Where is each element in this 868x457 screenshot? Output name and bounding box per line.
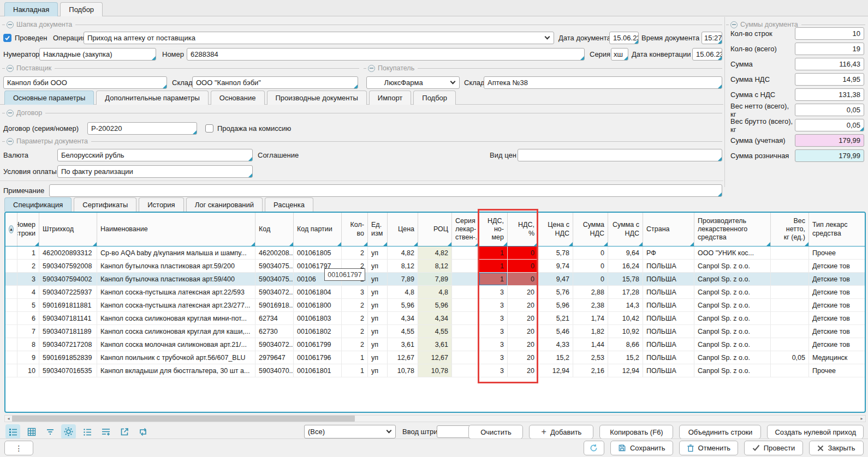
cell-code[interactable]: 59016918... — [255, 299, 294, 311]
copy-button[interactable]: Копировать (F6) — [599, 425, 673, 439]
cell-batch[interactable]: 001061803 — [294, 312, 342, 324]
column-header-qty[interactable]: Кол-во — [342, 213, 368, 246]
sum-value[interactable]: 0,05 — [795, 119, 864, 131]
cell-barcode[interactable]: 5901691811881 — [39, 299, 97, 311]
payment-terms-field[interactable]: По факту реализации — [57, 165, 253, 178]
cell-manufacturer[interactable]: Canpol Sp. z o.o. — [694, 351, 771, 364]
horizontal-scrollbar[interactable]: ◂ ▸ — [4, 415, 866, 422]
commission-checkbox[interactable] — [205, 124, 213, 133]
cell-num[interactable]: 8 — [17, 338, 39, 351]
cell-roc[interactable]: 10,78 — [418, 364, 452, 377]
cell-series[interactable] — [452, 286, 479, 298]
cell-price[interactable]: 3,61 — [388, 338, 418, 351]
table-row[interactable]: 105903407016535Канпол вкладыши для бюстг… — [5, 364, 865, 377]
column-header-vatnum[interactable]: НДС, но- мер — [479, 213, 508, 246]
cell-sumwvat[interactable]: 8,66 — [608, 338, 643, 351]
cell-sumwvat[interactable]: 10,42 — [608, 312, 643, 324]
cell-pricevat[interactable]: 5,78 — [538, 246, 573, 259]
cell-unit[interactable]: уп — [368, 273, 388, 285]
cell-pricevat[interactable]: 9,47 — [538, 273, 573, 285]
cell-price[interactable]: 10,78 — [388, 364, 418, 377]
cell-roc[interactable]: 3,61 — [418, 338, 452, 351]
cell-sumwvat[interactable]: 9,64 — [608, 246, 643, 259]
collapse-icon[interactable] — [7, 21, 14, 28]
sum-value[interactable]: 131,38 — [795, 88, 864, 101]
collapse-icon[interactable] — [7, 65, 14, 72]
column-header-price[interactable]: Цена — [388, 213, 418, 246]
cell-qty[interactable]: 2 — [342, 325, 368, 338]
cell-country[interactable]: ПОЛЬША — [643, 325, 694, 338]
table-row[interactable]: 95901691852839Канпол поильник с трубочко… — [5, 351, 865, 364]
cell-name[interactable]: Канпол соска-пустышка латексная арт.22/5… — [97, 286, 255, 298]
cell-price[interactable]: 12,67 — [388, 351, 418, 364]
cell-pricevat[interactable]: 15,2 — [538, 351, 573, 364]
cell-qty[interactable]: 3 — [342, 286, 368, 298]
cell-series[interactable] — [452, 364, 479, 377]
sort-ascending-icon[interactable]: ▴ — [9, 225, 14, 233]
cell-sumwvat[interactable]: 16,24 — [608, 260, 643, 272]
column-header-type[interactable]: Тип лекарс средства — [809, 213, 866, 246]
cell-pricevat[interactable]: 4,33 — [538, 338, 573, 351]
cell-vatnum[interactable]: 3 — [479, 312, 508, 324]
cell-country[interactable]: ПОЛЬША — [643, 260, 694, 272]
cell-code[interactable]: 59034072... — [255, 338, 294, 351]
operation-select[interactable]: Приход на аптеку от поставщика — [84, 32, 554, 44]
cell-vatnum[interactable]: 3 — [479, 325, 508, 338]
cell-name[interactable]: Канпол соска силиконовая круглая мини-по… — [97, 312, 255, 324]
cell-country[interactable]: ПОЛЬША — [643, 299, 694, 311]
cell-country[interactable]: ПОЛЬША — [643, 312, 694, 324]
sum-value[interactable]: 116,43 — [795, 58, 864, 70]
window-tab-подбор[interactable]: Подбор — [60, 2, 103, 16]
cell-sumvat[interactable]: 2,53 — [573, 351, 608, 364]
spec-tab-спецификация[interactable]: Спецификация — [4, 197, 72, 212]
collapse-icon[interactable] — [730, 21, 738, 28]
cell-vatpct[interactable]: 20 — [508, 325, 538, 338]
cell-unit[interactable]: уп — [368, 338, 388, 351]
cell-code[interactable]: 46200208... — [255, 246, 294, 259]
cell-type[interactable]: Детские тов — [809, 338, 866, 351]
cell-manufacturer[interactable]: Canpol Sp. z o.o. — [694, 364, 771, 377]
more-options-button[interactable]: ⋮ — [4, 441, 33, 455]
cell-pricevat[interactable]: 5,76 — [538, 286, 573, 298]
settings-gear-icon[interactable] — [61, 424, 76, 439]
column-header-sumvat[interactable]: Сумма НДС — [573, 213, 608, 246]
filter-all-select[interactable]: (Все) — [304, 425, 396, 438]
grid-view-icon[interactable] — [24, 424, 39, 439]
column-header-unit[interactable]: Ед. изм — [368, 213, 388, 246]
cell-vatpct[interactable]: 20 — [508, 351, 538, 364]
cell-manufacturer[interactable]: Canpol Sp. z o.o. — [694, 338, 771, 351]
cell-sumvat[interactable]: 0 — [573, 273, 608, 285]
column-header-batch[interactable]: Код партии — [294, 213, 342, 246]
cell-weight[interactable] — [771, 364, 809, 377]
cell-type[interactable]: Прочее — [809, 364, 866, 377]
cell-manufacturer[interactable]: Canpol Sp. z o.o. — [694, 286, 771, 298]
note-field[interactable] — [49, 184, 722, 197]
cell-price[interactable]: 4,82 — [388, 246, 418, 259]
sum-value[interactable]: 179,99 — [795, 134, 864, 147]
cell-pricevat[interactable]: 5,96 — [538, 299, 573, 311]
refresh-button[interactable] — [584, 441, 604, 455]
cell-series[interactable] — [452, 273, 479, 285]
cell-unit[interactable]: уп — [368, 286, 388, 298]
cell-weight[interactable] — [771, 246, 809, 259]
cell-num[interactable]: 7 — [17, 325, 39, 338]
param-tab-основание[interactable]: Основание — [211, 91, 265, 105]
cell-country[interactable]: ПОЛЬША — [643, 273, 694, 285]
cell-unit[interactable]: уп — [368, 364, 388, 377]
cell-unit[interactable]: уп — [368, 299, 388, 311]
cell-vatpct[interactable]: 0 — [508, 260, 538, 272]
cell-qty[interactable]: 2 — [342, 299, 368, 311]
table-row[interactable]: 25903407592008Канпол бутылочка пластиков… — [5, 260, 865, 273]
create-zero-receipt-button[interactable]: Создать нулевой приход — [767, 425, 864, 439]
cell-code[interactable]: 2979647 — [255, 351, 294, 364]
cell-pricevat[interactable]: 9,74 — [538, 260, 573, 272]
cell-barcode[interactable]: 5903407016535 — [39, 364, 97, 377]
cell-vatpct[interactable]: 20 — [508, 364, 538, 377]
cell-batch[interactable]: 001061799 — [294, 338, 342, 351]
cell-num[interactable]: 4 — [17, 286, 39, 298]
supplier-field[interactable]: Канпол бэби ООО — [3, 76, 167, 89]
cell-manufacturer[interactable]: Canpol Sp. z o.o. — [694, 325, 771, 338]
cell-vatnum[interactable]: 3 — [479, 338, 508, 351]
cell-series[interactable] — [452, 260, 479, 272]
cell-pricevat[interactable]: 12,94 — [538, 364, 573, 377]
